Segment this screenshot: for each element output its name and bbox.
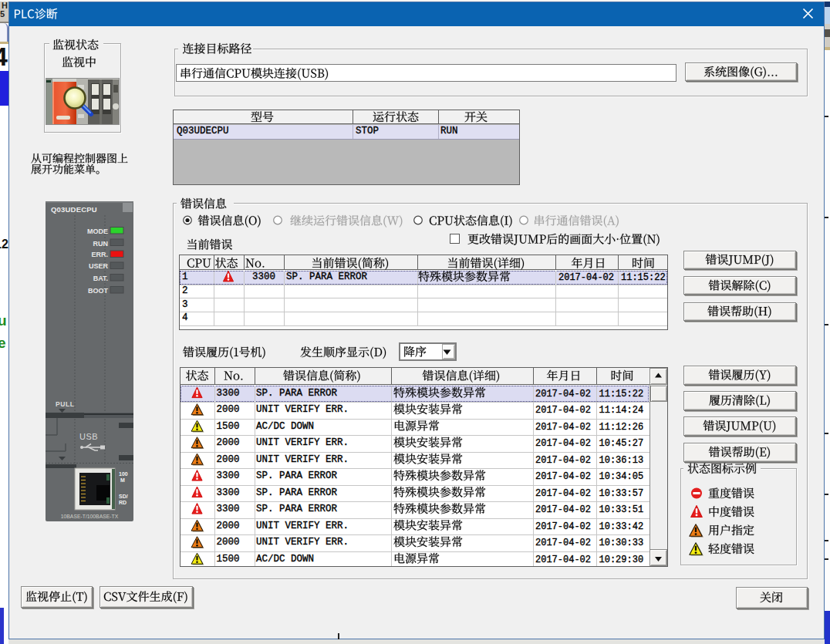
svg-text:PULL: PULL	[56, 400, 75, 408]
svg-text:RUN: RUN	[93, 240, 109, 248]
svg-text:ERR.: ERR.	[91, 251, 108, 258]
svg-text:RD: RD	[119, 500, 127, 505]
svg-text:SD/: SD/	[119, 494, 128, 499]
svg-text:100: 100	[119, 471, 128, 477]
svg-text:10BASE-T/100BASE-TX: 10BASE-T/100BASE-TX	[61, 514, 119, 519]
svg-text:M: M	[120, 477, 125, 483]
svg-text:USER: USER	[89, 262, 109, 270]
svg-text:USB: USB	[79, 432, 98, 441]
svg-text:BOOT: BOOT	[88, 287, 109, 295]
svg-text:MODE: MODE	[87, 228, 108, 235]
svg-text:Q03UDECPU: Q03UDECPU	[51, 205, 97, 214]
svg-text:BAT.: BAT.	[93, 275, 108, 282]
